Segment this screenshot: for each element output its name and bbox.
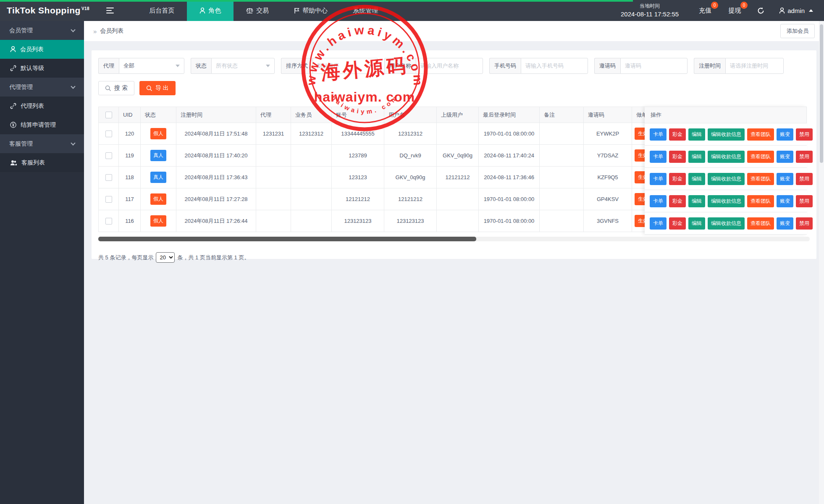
nav-item-system[interactable]: 系统管理: [340, 0, 391, 21]
row-checkbox[interactable]: [105, 196, 112, 203]
export-button[interactable]: 导 出: [139, 81, 176, 95]
operations-row: 卡单彩金编辑编辑收款信息查看团队账变禁用: [645, 168, 807, 190]
link-icon: [10, 103, 16, 109]
horizontal-scrollbar[interactable]: [98, 237, 810, 241]
op-卡单-button[interactable]: 卡单: [650, 128, 667, 141]
op-编辑-button[interactable]: 编辑: [688, 128, 705, 141]
recharge-button[interactable]: 充值 0: [699, 7, 711, 15]
parent-user-cell: [437, 188, 479, 210]
op-禁用-button[interactable]: 禁用: [796, 195, 813, 207]
salesman-cell: 12312312: [291, 123, 332, 145]
invite-code-cell: KZF9Q5: [584, 167, 632, 188]
reg-time-cell: 2024年08月11日 17:27:28: [176, 188, 256, 210]
link-icon: [10, 65, 16, 71]
reg-time-input[interactable]: 请选择注册时间: [725, 58, 784, 74]
last-login-cell: 2024-08-11 17:36:46: [479, 167, 540, 188]
add-member-button[interactable]: 添加会员: [780, 24, 815, 38]
op-彩金-button[interactable]: 彩金: [669, 195, 686, 207]
op-查看团队-button[interactable]: 查看团队: [747, 217, 774, 230]
filter-phone: 手机号码 请输入手机号码: [489, 58, 588, 74]
horizontal-scrollbar-thumb[interactable]: [98, 237, 476, 241]
op-彩金-button[interactable]: 彩金: [669, 217, 686, 230]
top-nav: 后台首页 角色 交易 帮助中心 系统管理: [136, 0, 391, 21]
operations-row: 卡单彩金编辑编辑收款信息查看团队账变禁用: [645, 190, 807, 212]
op-编辑-button[interactable]: 编辑: [688, 151, 705, 163]
op-编辑收款信息-button[interactable]: 编辑收款信息: [708, 128, 745, 141]
flag-icon: [294, 8, 299, 14]
user-name: admin: [787, 7, 805, 14]
menu-toggle-icon[interactable]: [100, 0, 120, 21]
sidebar-item-default-level[interactable]: 默认等级: [0, 59, 84, 78]
op-彩金-button[interactable]: 彩金: [669, 128, 686, 141]
op-账变-button[interactable]: 账变: [777, 173, 793, 185]
sidebar-group-agent[interactable]: 代理管理: [0, 78, 84, 97]
row-checkbox[interactable]: [105, 131, 112, 137]
op-禁用-button[interactable]: 禁用: [796, 217, 813, 230]
nav-item-roles[interactable]: 角色: [187, 0, 234, 21]
table-row: 118真人2024年08月11日 17:36:43123123GKV_0q90g…: [99, 167, 655, 188]
op-编辑收款信息-button[interactable]: 编辑收款信息: [708, 195, 745, 207]
op-查看团队-button[interactable]: 查看团队: [747, 195, 774, 207]
op-编辑-button[interactable]: 编辑: [688, 195, 705, 207]
user-icon: [779, 8, 785, 14]
invite-code-cell: EYWK2P: [584, 123, 632, 145]
op-卡单-button[interactable]: 卡单: [650, 173, 667, 185]
nav-item-help-center[interactable]: 帮助中心: [281, 0, 340, 21]
op-账变-button[interactable]: 账变: [777, 128, 793, 141]
op-编辑收款信息-button[interactable]: 编辑收款信息: [708, 217, 745, 230]
op-编辑-button[interactable]: 编辑: [688, 173, 705, 185]
username-input[interactable]: 请输入用户名称: [416, 58, 483, 74]
agent-select[interactable]: 全部: [119, 58, 184, 74]
refresh-icon[interactable]: [757, 7, 765, 15]
local-time-value: 2024-08-11 17:52:55: [621, 10, 679, 19]
op-禁用-button[interactable]: 禁用: [796, 173, 813, 185]
op-编辑-button[interactable]: 编辑: [688, 217, 705, 230]
op-查看团队-button[interactable]: 查看团队: [747, 173, 774, 185]
op-编辑收款信息-button[interactable]: 编辑收款信息: [708, 173, 745, 185]
sidebar-group-member[interactable]: 会员管理: [0, 21, 84, 40]
sidebar-group-service[interactable]: 客服管理: [0, 134, 84, 153]
row-checkbox[interactable]: [105, 174, 112, 181]
withdraw-button[interactable]: 提现 0: [728, 7, 741, 15]
sidebar-item-settlement[interactable]: 结算申请管理: [0, 115, 84, 134]
search-button[interactable]: 搜 索: [98, 81, 134, 95]
op-卡单-button[interactable]: 卡单: [650, 195, 667, 207]
vertical-scrollbar-thumb[interactable]: [820, 24, 823, 163]
chevron-down-icon: [71, 84, 75, 89]
op-禁用-button[interactable]: 禁用: [796, 151, 813, 163]
op-查看团队-button[interactable]: 查看团队: [747, 128, 774, 141]
op-彩金-button[interactable]: 彩金: [669, 151, 686, 163]
op-编辑收款信息-button[interactable]: 编辑收款信息: [708, 151, 745, 163]
phone-input[interactable]: 请输入手机号码: [521, 58, 588, 74]
pagination-suffix: 条，共 1 页当前显示第 1 页。: [177, 254, 249, 261]
vertical-scrollbar[interactable]: [819, 21, 824, 504]
op-账变-button[interactable]: 账变: [777, 195, 793, 207]
page-size-select[interactable]: 20: [156, 252, 175, 263]
nav-item-trade[interactable]: 交易: [234, 0, 281, 21]
select-all-checkbox[interactable]: [105, 112, 112, 118]
sidebar-item-member-list[interactable]: 会员列表: [0, 40, 84, 59]
pagination-prefix: 共 5 条记录，每页显示: [98, 254, 153, 261]
op-彩金-button[interactable]: 彩金: [669, 173, 686, 185]
user-menu[interactable]: admin: [779, 7, 813, 14]
op-账变-button[interactable]: 账变: [777, 217, 793, 230]
op-账变-button[interactable]: 账变: [777, 151, 793, 163]
op-禁用-button[interactable]: 禁用: [796, 128, 813, 141]
op-卡单-button[interactable]: 卡单: [650, 151, 667, 163]
nav-item-dashboard[interactable]: 后台首页: [136, 0, 187, 21]
sort-select[interactable]: 默认排序: [312, 58, 378, 74]
row-checkbox[interactable]: [105, 218, 112, 225]
status-select[interactable]: 所有状态: [211, 58, 275, 74]
sidebar-item-agent-list[interactable]: 代理列表: [0, 97, 84, 115]
username-cell: 123123123: [384, 210, 437, 232]
uid-cell: 116: [119, 210, 141, 232]
account-cell: 123123123: [332, 210, 384, 232]
op-卡单-button[interactable]: 卡单: [650, 217, 667, 230]
op-查看团队-button[interactable]: 查看团队: [747, 151, 774, 163]
invite-code-input[interactable]: 邀请码: [620, 58, 688, 74]
account-cell: 12121212: [332, 188, 384, 210]
agent-cell: [256, 210, 291, 232]
sidebar: 会员管理 会员列表 默认等级 代理管理 代理列表 结算申请管理 客服管理 客服列…: [0, 21, 84, 504]
sidebar-item-service-list[interactable]: 客服列表: [0, 153, 84, 172]
row-checkbox[interactable]: [105, 152, 112, 159]
